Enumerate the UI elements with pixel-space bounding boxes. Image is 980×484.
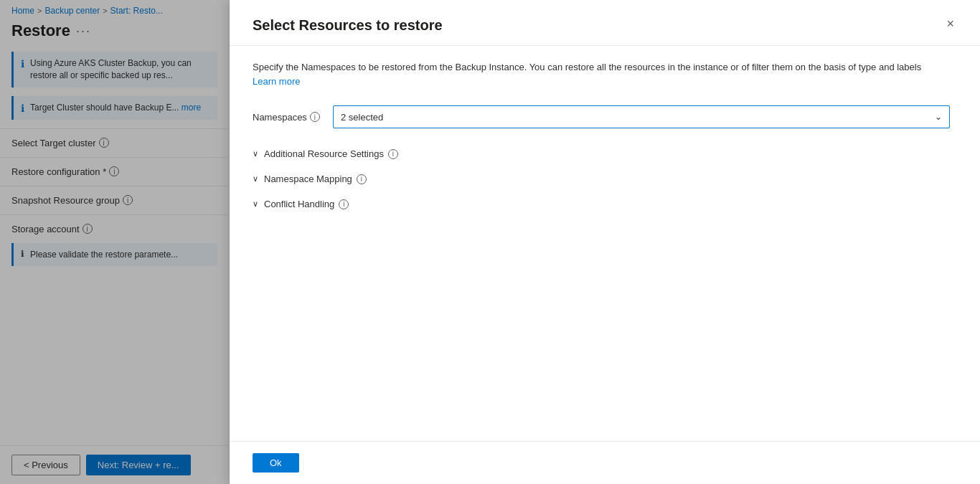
dialog-body: Specify the Namespaces to be restored fr… [230, 46, 980, 441]
namespace-mapping-accordion: ∨ Namespace Mapping i [253, 168, 957, 190]
ok-button[interactable]: Ok [253, 453, 299, 473]
namespaces-label: Namespaces i [253, 112, 324, 123]
namespace-mapping-info-icon[interactable]: i [357, 174, 367, 184]
namespaces-value: 2 selected [341, 112, 383, 123]
namespaces-select[interactable]: 2 selected ⌄ [333, 105, 950, 128]
conflict-handling-chevron-down-icon: ∨ [253, 199, 258, 209]
conflict-handling-title: Conflict Handling i [264, 199, 349, 209]
namespace-mapping-title: Namespace Mapping i [264, 174, 367, 184]
additional-resource-settings-title: Additional Resource Settings i [264, 148, 398, 159]
namespaces-field-row: Namespaces i 2 selected ⌄ [253, 105, 957, 128]
namespace-mapping-header[interactable]: ∨ Namespace Mapping i [253, 168, 957, 190]
learn-more-link[interactable]: Learn more [253, 76, 300, 87]
dialog-close-button[interactable]: × [943, 17, 957, 30]
conflict-handling-header[interactable]: ∨ Conflict Handling i [253, 193, 957, 215]
dialog-description: Specify the Namespaces to be restored fr… [253, 60, 941, 88]
namespace-mapping-chevron-down-icon: ∨ [253, 174, 258, 184]
dialog-description-text: Specify the Namespaces to be restored fr… [253, 62, 921, 72]
additional-resource-settings-chevron-down-icon: ∨ [253, 149, 258, 158]
conflict-handling-accordion: ∨ Conflict Handling i [253, 193, 957, 215]
dialog-footer: Ok [230, 441, 980, 484]
dialog-title: Select Resources to restore [253, 17, 443, 34]
additional-resource-settings-accordion: ∨ Additional Resource Settings i [253, 143, 957, 165]
select-resources-dialog: Select Resources to restore × Specify th… [230, 0, 980, 484]
namespaces-chevron-down-icon: ⌄ [935, 112, 942, 122]
namespaces-info-icon[interactable]: i [310, 112, 320, 122]
conflict-handling-info-icon[interactable]: i [339, 199, 349, 209]
additional-resource-settings-header[interactable]: ∨ Additional Resource Settings i [253, 143, 957, 165]
additional-resource-settings-info-icon[interactable]: i [388, 149, 398, 159]
dialog-header: Select Resources to restore × [230, 0, 980, 46]
